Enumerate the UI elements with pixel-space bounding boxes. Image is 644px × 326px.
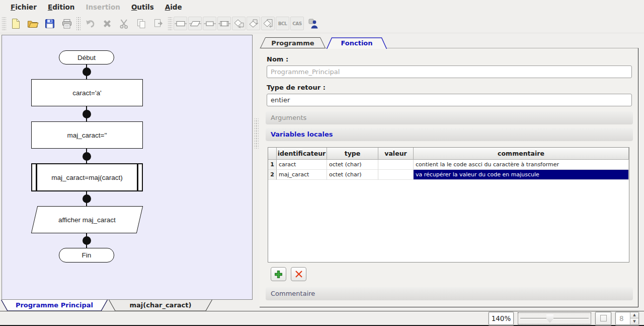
slider-handle[interactable] [546,314,553,323]
insert-comment-icon[interactable] [305,16,321,32]
node-label: maj_caract='' [67,132,107,139]
insert-while-icon[interactable] [232,17,246,30]
flowchart-node-output[interactable]: afficher maj_caract [31,206,143,233]
connector-dot[interactable] [83,152,91,161]
section-commentaire[interactable]: Commentaire [266,287,633,300]
menu-outils[interactable]: Outils [126,1,159,13]
section-arguments[interactable]: Arguments [266,111,633,124]
status-bar: 140% 8 ▲ ▼ [0,311,644,326]
cell-identifier[interactable]: caract [277,160,327,170]
flowchart-node-assign-1[interactable]: caract='a' [31,79,143,106]
slider-track [520,318,589,319]
insert-loop-icon[interactable]: BCL [276,17,289,30]
header-type[interactable]: type [327,148,378,160]
open-file-icon[interactable] [25,16,41,32]
table-row: 1 caract octet (char) contient la le cod… [268,160,629,170]
header-rownum [268,148,277,160]
row-number[interactable]: 1 [268,160,277,170]
name-input[interactable] [267,66,632,78]
zoom-level-display[interactable]: 140% [489,312,514,325]
menu-bar: Fichier Edition Insertion Outils Aide [0,0,644,14]
copy-icon[interactable] [133,16,149,32]
toolbar: BCL CAS [0,14,644,33]
spin-up-button[interactable]: ▲ [630,312,638,319]
tab-label: Programme Principal [1,301,108,309]
variables-table: identificateur type valeur commentaire 1… [268,147,629,263]
delete-icon[interactable] [99,16,115,32]
add-variable-button[interactable] [271,267,286,281]
return-type-label: Type de retour : [267,84,326,91]
undo-icon[interactable] [82,16,98,32]
cell-type[interactable]: octet (char) [327,170,378,180]
cell-comment-selected[interactable]: va récupérer la valeur du code en majusc… [414,170,629,180]
cut-icon[interactable] [116,16,132,32]
insert-call-icon[interactable] [217,17,231,30]
connector-dot[interactable] [83,110,91,118]
number-spinbox[interactable]: 8 ▲ ▼ [615,312,639,325]
node-label: Début [77,54,96,61]
toolbar-handle[interactable] [2,17,6,30]
toolbar-handle[interactable] [168,17,172,30]
insert-if-icon[interactable] [247,17,260,30]
square-icon [600,315,607,321]
insert-dowhile-icon[interactable] [261,17,275,30]
menu-fichier[interactable]: Fichier [5,1,42,13]
tab-label: Fonction [327,39,387,47]
cell-identifier[interactable]: maj_caract [277,170,327,180]
spin-down-button[interactable]: ▼ [630,318,638,324]
node-label: caract='a' [72,89,101,97]
header-commentaire[interactable]: commentaire [414,148,629,160]
application-window: Fichier Edition Insertion Outils Aide [0,0,644,326]
menu-edition[interactable]: Edition [42,1,80,13]
table-row: 2 maj_caract octet (char) va récupérer l… [268,170,629,180]
menu-aide[interactable]: Aide [159,1,188,13]
insert-assignment-icon[interactable] [203,17,216,30]
connector-dot[interactable] [83,194,91,203]
header-identificateur[interactable]: identificateur [277,148,327,160]
row-number[interactable]: 2 [268,170,277,180]
flowchart-node-start[interactable]: Début [59,50,114,64]
zoom-slider[interactable] [518,312,591,324]
menu-insertion: Insertion [80,1,125,13]
flowchart-node-end[interactable]: Fin [59,248,114,263]
red-x-icon [295,270,303,278]
tab-programme[interactable]: Programme [260,37,326,48]
node-label: afficher maj_caract [58,216,116,224]
cell-value[interactable] [378,170,414,180]
reset-view-button[interactable] [595,312,611,325]
cell-comment[interactable]: contient la le code ascci du caractère à… [414,160,629,170]
header-valeur[interactable]: valeur [378,148,414,160]
name-label: Nom : [267,55,288,63]
paste-icon[interactable] [150,16,167,32]
table-header-row: identificateur type valeur commentaire [268,148,629,160]
cell-type[interactable]: octet (char) [327,160,378,170]
flowchart-node-call[interactable]: maj_caract=maj(caract) [31,163,143,191]
return-type-input[interactable] [267,94,632,106]
insert-declaration-icon[interactable] [174,17,187,30]
flowchart-node-assign-2[interactable]: maj_caract='' [31,121,143,149]
new-file-icon[interactable] [8,16,24,32]
function-editor-pane: Nom : Type de retour : Arguments Variabl… [260,48,638,307]
panel-splitter-handle[interactable] [254,118,259,149]
node-label: maj_caract=maj(caract) [51,174,122,181]
print-icon[interactable] [59,16,75,32]
cell-value[interactable] [378,160,414,170]
spinbox-value[interactable]: 8 [616,312,630,324]
node-label: Fin [82,251,92,259]
plus-icon [274,270,283,279]
tab-fonction[interactable]: Fonction [327,37,387,49]
flowchart-canvas[interactable]: Début caract='a' maj_caract='' maj_carac… [2,35,253,300]
insert-io-icon[interactable] [188,17,202,30]
connector-dot[interactable] [83,68,91,76]
tab-label: Programme [260,39,326,47]
section-variables-locales[interactable]: Variables locales [266,128,633,141]
insert-switch-icon[interactable]: CAS [290,17,304,30]
tab-label: maj(char_caract) [109,301,212,309]
connector-dot[interactable] [83,236,91,245]
delete-variable-button[interactable] [291,267,306,281]
toolbar-handle[interactable] [76,17,80,30]
save-file-icon[interactable] [42,16,58,32]
tab-programme-principal[interactable]: Programme Principal [1,300,108,311]
tab-maj-char-caract[interactable]: maj(char_caract) [109,300,212,311]
